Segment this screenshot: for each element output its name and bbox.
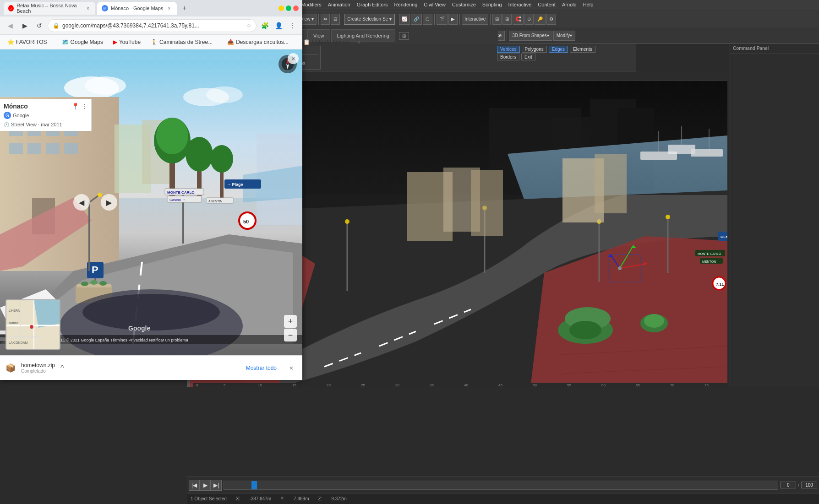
show-all-button[interactable]: Mostrar todo: [242, 363, 280, 373]
mirror-button[interactable]: ⇔: [321, 14, 330, 25]
download-expand-icon[interactable]: ^: [60, 364, 64, 372]
menu-content[interactable]: Content: [535, 1, 558, 8]
download-bar: 📦 hometown.zip Completado ^ Mostrar todo…: [0, 355, 302, 380]
curve-editor-button[interactable]: 📈: [399, 14, 410, 25]
elements-button[interactable]: Elements: [570, 46, 595, 53]
menu-scripting[interactable]: Scripting: [480, 1, 505, 8]
selected-count: 1 Object Selected: [191, 496, 227, 501]
maximize-button[interactable]: [286, 5, 291, 11]
music-tab-close[interactable]: ×: [85, 5, 91, 11]
menu-animation[interactable]: Animation: [325, 1, 353, 8]
material-editor-button[interactable]: ⬡: [423, 14, 432, 25]
caminatas-icon: 🚶: [151, 39, 158, 45]
y-coord-label: Y:: [280, 496, 284, 501]
zoom-out-button[interactable]: −: [284, 329, 297, 341]
timeline-track[interactable]: [224, 481, 778, 490]
menu-help[interactable]: Help: [580, 1, 596, 8]
interactive-button[interactable]: Interactive: [462, 14, 488, 25]
bookmark-favorites[interactable]: ⭐ FAVORITOS: [4, 38, 51, 46]
bookmark-caminatas[interactable]: 🚶 Caminatas de Stree...: [147, 38, 216, 46]
tab-music[interactable]: ♪ Relax Music – Bossa Nova Beach ×: [4, 2, 95, 15]
close-window-button[interactable]: [293, 5, 299, 11]
render-button[interactable]: ▶: [448, 14, 458, 25]
monaco-pin-button[interactable]: 📍: [71, 103, 79, 110]
viewport-layout-button[interactable]: ⊞: [492, 14, 502, 25]
download-close-button[interactable]: ×: [286, 363, 297, 374]
menu-customize[interactable]: Customize: [449, 1, 479, 8]
tab-maps[interactable]: M Mónaco - Google Maps ×: [97, 2, 177, 15]
sv-nav-right-button[interactable]: ▶: [101, 194, 117, 211]
modify-dropdown-button[interactable]: Modify ▾: [553, 31, 575, 41]
svg-point-132: [156, 118, 188, 154]
bookmark-lista[interactable]: 📋 Lista de lectura: [300, 38, 353, 46]
monaco-more-button[interactable]: ⋮: [81, 103, 87, 110]
svg-text:75: 75: [704, 383, 709, 387]
borders-button[interactable]: Borders: [497, 54, 519, 60]
spinner-snaps-button[interactable]: ⊙: [524, 14, 534, 25]
exit-button[interactable]: Exit: [521, 54, 535, 60]
play-button[interactable]: ▶: [200, 480, 211, 491]
render-setup-button[interactable]: 🎬: [437, 14, 448, 25]
bookmark-youtube-label: YouTube: [119, 39, 141, 45]
menu-arnold[interactable]: Arnold: [559, 1, 579, 8]
forward-button[interactable]: ▶: [18, 19, 31, 32]
snaps-button[interactable]: 🧲: [513, 14, 524, 25]
minimize-button[interactable]: [278, 5, 284, 11]
timeline-slider[interactable]: [251, 481, 257, 489]
svg-text:40: 40: [464, 383, 468, 387]
menu-rendering[interactable]: Rendering: [392, 1, 420, 8]
y-coord-value: 7.469m: [294, 496, 309, 501]
menu-graph-editors[interactable]: Graph Editors: [354, 1, 391, 8]
extensions-button[interactable]: 🧩: [258, 19, 271, 32]
bookmark-favorites-label: FAVORITOS: [16, 39, 47, 45]
new-tab-button[interactable]: +: [179, 3, 190, 14]
sv-nav-left-button[interactable]: ◀: [73, 194, 90, 211]
svg-rect-123: [46, 143, 60, 154]
bookmark-descargas[interactable]: 📥 Descargas circuitos...: [224, 38, 292, 46]
prev-frame-button[interactable]: |◀: [189, 480, 200, 491]
back-button[interactable]: ◀: [4, 19, 16, 32]
create-selection-set-button[interactable]: Create Selection Se ▾: [344, 14, 395, 25]
grid-button[interactable]: ⊞: [502, 14, 512, 25]
profile-button[interactable]: 👤: [272, 19, 285, 32]
address-bar[interactable]: 🔒 google.com/maps/@43.7369384,7.4217641,…: [48, 19, 257, 32]
svg-text:Casino →: Casino →: [169, 198, 186, 202]
bookmark-youtube[interactable]: ▶ YouTube: [109, 38, 144, 46]
svg-text:0: 0: [196, 383, 198, 387]
edges-button[interactable]: Edges: [549, 46, 568, 53]
monaco-name: Mónaco: [4, 103, 28, 110]
street-view-close-button[interactable]: ×: [288, 53, 299, 64]
total-frames-input[interactable]: [801, 482, 817, 488]
tab-expand-button[interactable]: ⊞: [399, 32, 409, 40]
x-coord-label: X:: [236, 496, 240, 501]
svg-text:70: 70: [670, 383, 674, 387]
zoom-in-button[interactable]: +: [284, 315, 297, 328]
current-frame-input[interactable]: [780, 482, 796, 488]
refresh-button[interactable]: ↺: [33, 19, 46, 32]
key-mode-button[interactable]: 🔑: [535, 14, 546, 25]
vertices-button[interactable]: Vertices: [497, 46, 520, 53]
bookmarks-more-button[interactable]: »: [355, 38, 362, 46]
more-button[interactable]: ⋮: [286, 19, 299, 32]
polygons-button[interactable]: Polygons: [522, 46, 547, 53]
download-info: hometown.zip Completado: [21, 362, 55, 374]
schematic-view-button[interactable]: 🔗: [411, 14, 422, 25]
menu-interactive[interactable]: Interactive: [506, 1, 535, 8]
svg-point-182: [30, 325, 33, 329]
svg-text:MONTE CARLO: MONTE CARLO: [698, 252, 721, 255]
menu-civil-view[interactable]: Civil View: [421, 1, 448, 8]
align-button[interactable]: ⊟: [331, 14, 340, 25]
next-frame-button[interactable]: ▶|: [211, 480, 222, 491]
svg-rect-122: [27, 143, 41, 154]
svg-point-81: [618, 266, 622, 270]
z-coord-value: 9.372m: [331, 496, 346, 501]
maps-tab-close[interactable]: ×: [166, 5, 172, 11]
settings-button[interactable]: ⚙: [546, 14, 556, 25]
bookmark-google-maps[interactable]: 🗺️ Google Maps: [58, 38, 107, 46]
mini-map[interactable]: L'HERN Mónac LA CONDAM: [5, 299, 60, 350]
obj-section-top: Command Panel: [730, 44, 819, 54]
svg-rect-121: [9, 143, 23, 154]
google-label: Google: [13, 113, 29, 118]
3d-from-shapes-button[interactable]: 3D From Shapes ▾: [509, 31, 552, 41]
clock-icon: 🕐: [4, 122, 9, 127]
